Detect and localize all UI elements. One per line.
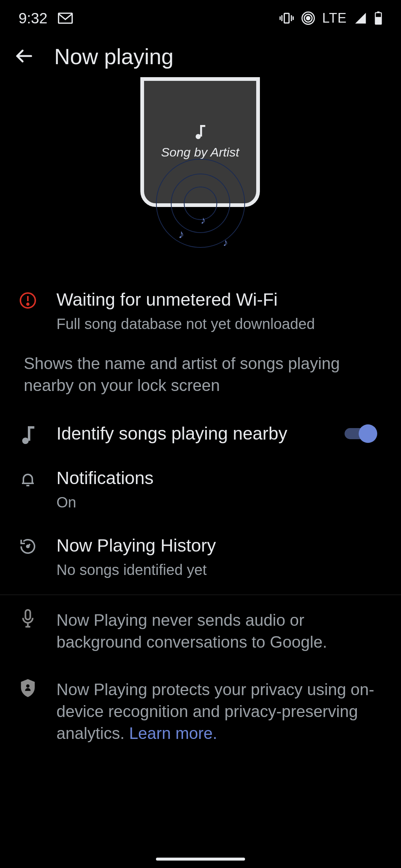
notifications-row[interactable]: Notifications On: [0, 456, 401, 523]
status-time: 9:32: [19, 10, 48, 27]
history-row[interactable]: Now Playing History No songs identified …: [0, 523, 401, 591]
history-icon: [18, 537, 38, 555]
info-audio-text: Now Playing never sends audio or backgro…: [56, 609, 377, 653]
bell-icon: [18, 470, 38, 488]
notice-title: Waiting for unmetered Wi-Fi: [56, 289, 377, 311]
illustration-text: Song by Artist: [161, 145, 239, 160]
music-note-icon: ♪: [178, 227, 184, 241]
svg-rect-0: [59, 13, 72, 23]
music-note-icon: [195, 125, 206, 141]
page-title: Now playing: [54, 44, 173, 69]
gmail-icon: [58, 13, 73, 24]
cell-signal-icon: [354, 12, 367, 24]
notice-subtitle: Full song database not yet downloaded: [56, 314, 377, 334]
svg-rect-11: [200, 125, 205, 127]
svg-rect-7: [375, 17, 381, 24]
alert-icon: [18, 292, 38, 309]
info-privacy-text: Now Playing protects your privacy using …: [56, 678, 377, 744]
privacy-shield-icon: [18, 678, 38, 698]
vibrate-icon: [279, 12, 294, 24]
mic-icon: [18, 609, 38, 628]
svg-point-21: [26, 684, 30, 688]
wifi-notice-row: Waiting for unmetered Wi-Fi Full song da…: [0, 277, 401, 345]
music-note-icon: ♪: [200, 214, 206, 226]
history-value: No songs identified yet: [56, 560, 377, 580]
back-button[interactable]: [15, 47, 33, 67]
identify-switch[interactable]: [345, 424, 377, 443]
network-label: LTE: [322, 10, 347, 26]
gesture-nav-bar[interactable]: [156, 858, 245, 861]
app-bar: Now playing: [0, 36, 401, 77]
identify-toggle-row[interactable]: Identify songs playing nearby: [0, 411, 401, 456]
now-playing-illustration: Song by Artist ♪ ♪ ♪: [0, 77, 401, 277]
learn-more-link[interactable]: Learn more.: [129, 724, 217, 742]
status-bar: 9:32 LTE: [0, 0, 401, 36]
svg-point-15: [22, 437, 29, 444]
svg-rect-17: [28, 426, 34, 429]
music-note-icon: [18, 426, 38, 444]
svg-point-14: [27, 303, 29, 305]
music-note-icon: ♪: [223, 237, 228, 249]
notifications-value: On: [56, 492, 377, 512]
svg-point-9: [196, 134, 201, 139]
hotspot-icon: [301, 11, 315, 25]
svg-line-19: [28, 544, 30, 546]
svg-point-2: [306, 17, 310, 20]
info-privacy-row: Now Playing protects your privacy using …: [0, 664, 401, 756]
info-audio-row: Now Playing never sends audio or backgro…: [0, 595, 401, 664]
history-label: Now Playing History: [56, 535, 377, 557]
svg-rect-1: [284, 13, 289, 23]
feature-description: Shows the name and artist of songs playi…: [0, 345, 401, 411]
battery-icon: [374, 11, 382, 25]
svg-rect-20: [26, 610, 30, 619]
identify-label: Identify songs playing nearby: [56, 423, 326, 445]
notifications-label: Notifications: [56, 467, 377, 489]
